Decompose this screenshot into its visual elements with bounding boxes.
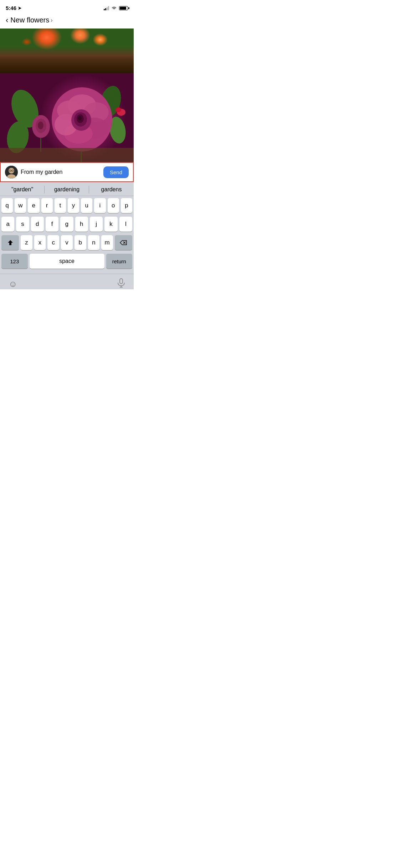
key-u[interactable]: u	[81, 198, 92, 213]
numbers-key[interactable]: 123	[1, 254, 28, 269]
comment-input-area[interactable]: Send	[0, 162, 134, 182]
comment-text-input[interactable]	[21, 169, 101, 175]
rose-scene	[0, 73, 134, 162]
location-icon: ➤	[18, 6, 21, 11]
key-row-4: 123 space return	[1, 254, 132, 269]
avatar-image	[5, 166, 18, 179]
autocomplete-item-3[interactable]: gardens	[89, 186, 134, 193]
key-b[interactable]: b	[74, 235, 86, 250]
svg-rect-31	[120, 279, 123, 284]
key-m[interactable]: m	[101, 235, 113, 250]
key-s[interactable]: s	[16, 217, 29, 232]
battery-icon	[119, 6, 128, 10]
autocomplete-bar: "garden" gardening gardens	[0, 182, 134, 196]
emoji-icon[interactable]: ☺	[9, 279, 17, 289]
autocomplete-item-2[interactable]: gardening	[45, 186, 89, 193]
key-a[interactable]: a	[1, 217, 14, 232]
avatar	[5, 166, 18, 179]
key-i[interactable]: i	[94, 198, 106, 213]
key-row-3: z x c v b n m	[1, 235, 132, 250]
back-chevron-icon: ‹	[6, 16, 8, 24]
autocomplete-item-1[interactable]: "garden"	[0, 186, 45, 193]
keyboard: "garden" gardening gardens q w e r t y u…	[0, 182, 134, 289]
key-row-1: q w e r t y u i o p	[1, 198, 132, 213]
key-j[interactable]: j	[90, 217, 103, 232]
space-key[interactable]: space	[30, 254, 104, 269]
send-button[interactable]: Send	[103, 166, 129, 178]
photo-bottom	[0, 73, 134, 162]
microphone-icon[interactable]	[117, 278, 125, 289]
key-t[interactable]: t	[55, 198, 66, 213]
status-bar: 5:46 ➤	[0, 0, 134, 13]
flower-scene-top	[0, 29, 134, 73]
signal-icon	[104, 6, 109, 10]
key-d[interactable]: d	[31, 217, 44, 232]
key-o[interactable]: o	[108, 198, 119, 213]
back-button[interactable]: ‹	[6, 16, 8, 24]
key-x[interactable]: x	[34, 235, 46, 250]
delete-key[interactable]	[115, 235, 132, 250]
key-z[interactable]: z	[21, 235, 32, 250]
svg-point-17	[38, 122, 43, 129]
nav-header: ‹ New flowers ›	[0, 13, 134, 29]
title-text: New flowers	[10, 16, 49, 24]
delete-icon	[120, 240, 127, 246]
page-title: New flowers ›	[10, 16, 52, 24]
time-display: 5:46	[6, 5, 16, 11]
photos-container	[0, 29, 134, 162]
key-q[interactable]: q	[1, 198, 13, 213]
shift-icon	[7, 239, 14, 246]
mic-svg	[117, 278, 125, 288]
rose-detail	[0, 73, 134, 162]
keys-section: q w e r t y u i o p a s d f g h j k l	[0, 196, 134, 274]
key-w[interactable]: w	[15, 198, 26, 213]
key-p[interactable]: p	[121, 198, 132, 213]
key-v[interactable]: v	[61, 235, 73, 250]
wifi-icon	[111, 6, 117, 10]
key-e[interactable]: e	[28, 198, 39, 213]
photo-top	[0, 29, 134, 73]
key-c[interactable]: c	[47, 235, 59, 250]
forward-chevron-icon: ›	[51, 17, 52, 24]
key-g[interactable]: g	[60, 217, 73, 232]
key-k[interactable]: k	[104, 217, 117, 232]
key-l[interactable]: l	[119, 217, 132, 232]
status-time: 5:46 ➤	[6, 5, 21, 11]
return-key[interactable]: return	[106, 254, 133, 269]
key-n[interactable]: n	[88, 235, 100, 250]
key-h[interactable]: h	[75, 217, 88, 232]
svg-point-14	[78, 116, 82, 120]
svg-point-21	[115, 107, 121, 112]
status-icons	[104, 6, 128, 10]
key-y[interactable]: y	[68, 198, 79, 213]
key-row-2: a s d f g h j k l	[1, 217, 132, 232]
key-r[interactable]: r	[41, 198, 53, 213]
keyboard-accessory: ☺	[0, 274, 134, 289]
svg-rect-22	[0, 148, 134, 162]
shift-key[interactable]	[1, 235, 19, 250]
key-f[interactable]: f	[46, 217, 58, 232]
